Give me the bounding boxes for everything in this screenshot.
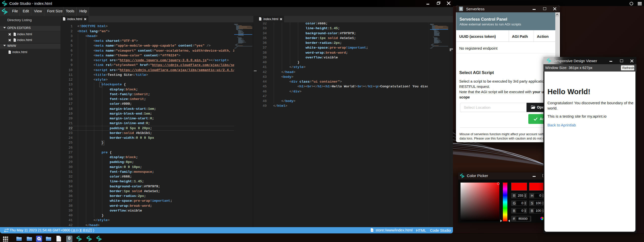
svg-text:<>: <> bbox=[9, 52, 11, 53]
svg-text:<>: <> bbox=[14, 40, 16, 41]
svg-text:<>: <> bbox=[260, 18, 261, 20]
svg-text:<>: <> bbox=[64, 18, 65, 20]
svg-text:<>: <> bbox=[14, 34, 16, 35]
svg-text:<>: <> bbox=[371, 230, 373, 231]
